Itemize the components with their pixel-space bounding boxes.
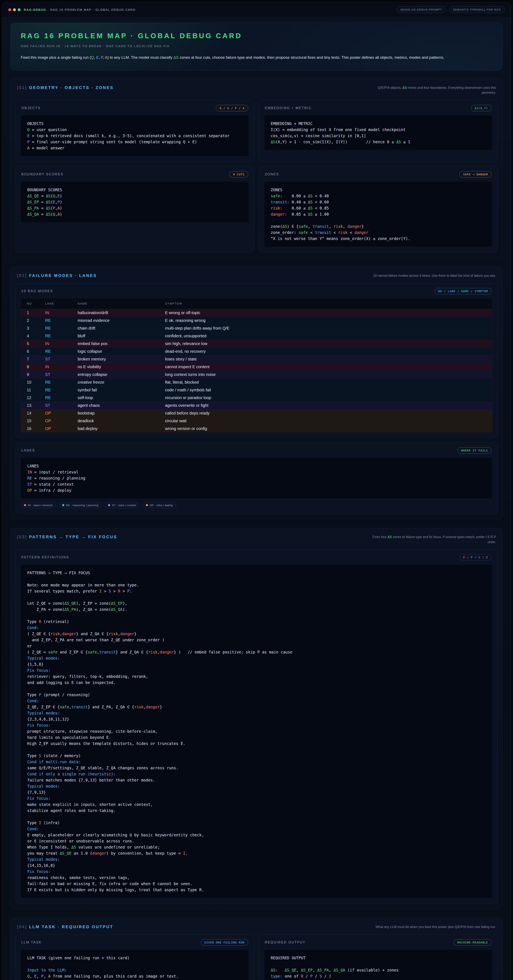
mode-name-cell: creative freeze bbox=[78, 380, 165, 385]
column-header: NAME bbox=[78, 302, 165, 305]
close-window-icon[interactable] bbox=[8, 8, 11, 11]
lanes-legend: IN · input / retrievalRE · reasoning / p… bbox=[21, 502, 492, 508]
mode-name-cell: embed false pos bbox=[78, 341, 165, 346]
text-segment: RE bbox=[27, 476, 32, 480]
maximize-window-icon[interactable] bbox=[18, 8, 21, 11]
table-row: 10REcreative freezeflat, literal, blocke… bbox=[21, 379, 492, 386]
code-line bbox=[27, 979, 242, 980]
text-segment: ΔS bbox=[174, 55, 178, 59]
text-segment: and Z_EP ∈ { bbox=[57, 650, 88, 654]
page-title: RAG 16 PROBLEM MAP · GLOBAL DEBUG CARD bbox=[21, 32, 492, 40]
section-04-note: What any LLM must do when you feed this … bbox=[376, 924, 496, 930]
boundary-badge: 4 CUTS bbox=[229, 171, 248, 178]
text-segment: one of bbox=[282, 974, 301, 978]
lanes-panel-title: LANES bbox=[21, 449, 35, 452]
text-segment: , bbox=[329, 224, 333, 229]
text-segment: danger bbox=[62, 632, 76, 636]
text-segment: 0.00 ≤ bbox=[282, 194, 308, 198]
text-segment: 0.85 ≤ bbox=[287, 212, 308, 216]
minimize-window-icon[interactable] bbox=[13, 8, 16, 11]
text-segment: or E inconsistent or unobservable across… bbox=[27, 839, 134, 843]
mode-lane-cell: RE bbox=[45, 388, 78, 392]
code-line bbox=[27, 961, 242, 967]
text-segment: < 0.85 bbox=[312, 206, 329, 210]
llm-task-panel-title: LLM TASK bbox=[21, 940, 41, 944]
text-segment: 0.40 ≤ bbox=[290, 200, 308, 204]
page-description: Feed this image plus a single failing ru… bbox=[21, 55, 492, 60]
text-segment: ΔS_PA bbox=[317, 968, 329, 972]
text-segment: failure matches modes {7,9,13} better th… bbox=[27, 778, 155, 782]
code-line: stabilize agent roles and turn-taking. bbox=[27, 808, 486, 814]
text-segment: {1,5,8} bbox=[27, 662, 43, 667]
lane-color-dot-icon bbox=[24, 504, 26, 506]
text-segment: I bbox=[39, 821, 41, 825]
text-segment: , bbox=[118, 632, 120, 636]
text-segment: Feed this image plus a single failing ru… bbox=[21, 55, 91, 59]
code-line bbox=[27, 594, 486, 600]
code-line: Q, E, P, A from one failing run, plus th… bbox=[27, 973, 242, 979]
code-line: A = model answer bbox=[27, 145, 242, 151]
code-line: you may treat ΔS_QE as 1.0 (danger) by c… bbox=[27, 850, 486, 856]
mode-number-cell: 3 bbox=[27, 326, 45, 331]
code-line: make state explicit in inputs, shorten a… bbox=[27, 802, 486, 808]
text-segment: {14,15,16,8} bbox=[27, 863, 55, 868]
text-segment: as 1.0 ( bbox=[71, 851, 92, 856]
code-line: {14,15,16,8} bbox=[27, 862, 486, 869]
table-row: 13STagent chaosagents overwrite or fight bbox=[21, 401, 492, 409]
text-segment: ΔS bbox=[46, 212, 51, 216]
text-segment: , bbox=[29, 974, 34, 978]
lane-color-dot-icon bbox=[62, 504, 64, 506]
mode-number-cell: 6 bbox=[27, 349, 45, 354]
semantic-firewall-button[interactable]: SEMANTIC FIREWALL FOR RAG bbox=[449, 6, 505, 13]
text-segment: ), bbox=[123, 601, 127, 606]
text-segment: } bbox=[160, 705, 162, 709]
rag-modes-table: NOLANENAMESYMPTOM 1INhallucination/drift… bbox=[21, 298, 492, 433]
code-line: Input to the LLM: bbox=[27, 967, 242, 973]
text-segment: = bbox=[39, 194, 46, 198]
text-segment: risk bbox=[50, 632, 60, 636]
code-line bbox=[27, 746, 486, 752]
text-segment: Q bbox=[27, 127, 29, 132]
text-segment: ΔS_QA bbox=[27, 212, 39, 216]
text-segment: } bbox=[362, 224, 363, 229]
table-row: 11REsymbol failcode / math / symbols fai… bbox=[21, 386, 492, 394]
text-segment: (X,Y) = 1 - cos_sim(I(X), I(Y)) // hence… bbox=[276, 140, 396, 144]
section-01-label: GEOMETRY · OBJECTS · ZONES bbox=[29, 85, 114, 90]
lanes-panel: LANES WHERE IT FAILS LANESIN = input / r… bbox=[16, 442, 497, 514]
mode-lane-cell: IN bbox=[45, 364, 78, 369]
text-segment: > bbox=[111, 589, 118, 593]
lane-color-dot-icon bbox=[108, 504, 110, 506]
text-segment: values are undefined or unreliable; bbox=[76, 845, 160, 850]
table-row: 9STentropy collapselong context turns in… bbox=[21, 371, 492, 379]
column-header: SYMPTOM bbox=[165, 302, 486, 305]
text-segment: danger: bbox=[271, 212, 287, 216]
text-segment: Type bbox=[27, 692, 39, 697]
text-segment: Cond if only a single run (heuristic): bbox=[27, 772, 116, 776]
code-line: {7,9,13} bbox=[27, 789, 486, 795]
text-segment: ΔS bbox=[271, 140, 276, 144]
text-segment: , bbox=[60, 632, 62, 636]
text-segment: } bbox=[134, 632, 136, 636]
image-as-debug-prompt-button[interactable]: IMAGE-AS-DEBUG PROMPT bbox=[397, 6, 446, 13]
text-segment: ΔS bbox=[308, 206, 312, 210]
text-segment: safe: bbox=[271, 194, 282, 198]
mode-number-cell: 11 bbox=[27, 388, 45, 392]
text-segment: Q bbox=[53, 212, 55, 216]
code-line: If several types match, prefer I > S > R… bbox=[27, 588, 486, 594]
text-segment: } and Z_QA ∈ { bbox=[76, 632, 108, 636]
text-segment: ( bbox=[50, 194, 53, 198]
code-line: If E exists but is hidden only by missin… bbox=[27, 887, 486, 893]
text-segment: retriever: query, filters, top-k, embedd… bbox=[27, 674, 148, 679]
text-segment: ). bbox=[123, 607, 127, 612]
text-segment: < 0.60 bbox=[312, 200, 329, 204]
mode-name-cell: bad deploy bbox=[78, 426, 165, 431]
zones-badge: SAFE → DANGER bbox=[459, 171, 492, 178]
code-line: EMBEDDING + METRIC bbox=[271, 121, 486, 127]
code-line: Z_QE, Z_EP ∈ {safe,transit} and Z_PA, Z_… bbox=[27, 704, 486, 710]
text-segment: A bbox=[27, 146, 29, 150]
text-segment: ( bbox=[50, 200, 53, 204]
code-line: ΔS: ΔS_QE, ΔS_EP, ΔS_PA, ΔS_QA (if avail… bbox=[271, 967, 486, 973]
mode-symptom-cell: confident, unsupported bbox=[165, 334, 486, 338]
text-segment: ΔS bbox=[46, 200, 51, 204]
debug-card-window: RAG-DEBUG · RAG 16 PROBLEM MAP · GLOBAL … bbox=[2, 2, 511, 980]
